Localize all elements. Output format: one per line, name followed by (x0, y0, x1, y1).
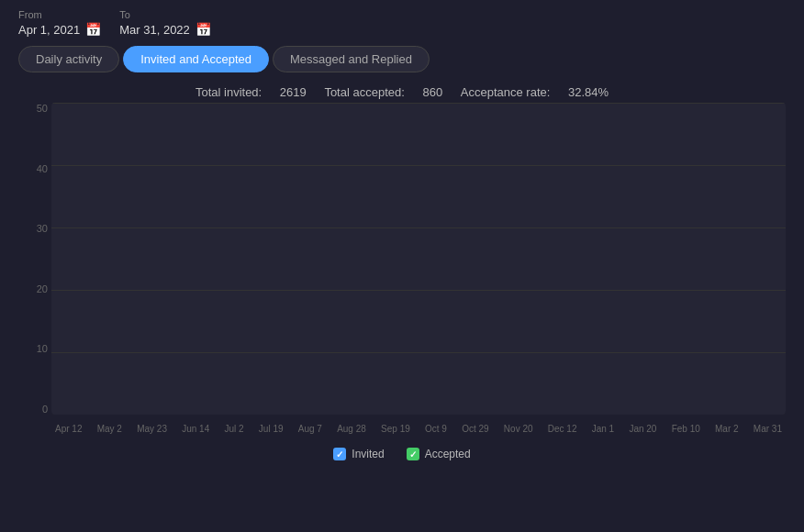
legend-accepted[interactable]: Accepted (407, 448, 471, 460)
tab-daily[interactable]: Daily activity (18, 46, 119, 72)
total-accepted-value: 860 (422, 85, 442, 99)
total-invited-value: 2619 (280, 85, 307, 99)
x-axis-label: Feb 10 (672, 424, 700, 434)
y-axis-label: 20 (37, 283, 48, 294)
total-accepted-label: Total accepted: (324, 85, 404, 99)
to-date-value: Mar 31, 2022 (119, 23, 190, 37)
legend-invited-checkbox (333, 448, 346, 460)
legend-invited[interactable]: Invited (333, 448, 384, 460)
x-axis-label: May 2 (97, 424, 122, 434)
tab-invited[interactable]: Invited and Accepted (123, 46, 269, 72)
from-date-value: Apr 1, 2021 (18, 23, 80, 37)
total-invited-label: Total invited: (195, 85, 262, 99)
to-calendar-icon[interactable]: 📅 (195, 22, 211, 37)
y-axis-label: 0 (42, 404, 48, 415)
x-axis-label: Aug 28 (337, 424, 366, 434)
acceptance-rate-value: 32.84% (568, 85, 609, 99)
y-axis: 50403020100 (18, 103, 51, 415)
from-calendar-icon[interactable]: 📅 (85, 22, 101, 37)
stats-bar: Total invited: 2619 Total accepted: 860 … (0, 80, 804, 103)
acceptance-rate-label: Acceptance rate: (461, 85, 551, 99)
x-axis-label: Jul 19 (259, 424, 284, 434)
y-axis-label: 40 (37, 163, 48, 174)
x-axis-label: Jan 20 (629, 424, 656, 434)
chart-area: 50403020100 Apr 12May 2May 23Jun 14Jul 2… (18, 103, 786, 442)
tab-messaged[interactable]: Messaged and Replied (273, 46, 430, 72)
legend: Invited Accepted (0, 442, 804, 466)
from-label: From (18, 9, 101, 20)
chart-inner (51, 103, 786, 415)
x-axis-label: Apr 12 (55, 424, 82, 434)
legend-accepted-label: Accepted (425, 448, 471, 460)
x-axis-label: Oct 29 (462, 424, 488, 434)
bars-container (51, 103, 786, 415)
x-axis-label: Mar 2 (715, 424, 739, 434)
y-axis-label: 30 (37, 223, 48, 234)
top-bar: From Apr 1, 2021 📅 To Mar 31, 2022 📅 (0, 0, 804, 46)
legend-invited-label: Invited (352, 448, 384, 460)
x-axis-label: Nov 20 (504, 424, 533, 434)
x-axis-label: Aug 7 (298, 424, 322, 434)
x-axis-label: May 23 (137, 424, 167, 434)
x-axis-label: Jan 1 (592, 424, 614, 434)
x-axis-label: Dec 12 (548, 424, 577, 434)
x-axis-label: Jul 2 (224, 424, 243, 434)
x-axis-label: Jun 14 (182, 424, 209, 434)
tabs: Daily activity Invited and Accepted Mess… (0, 46, 804, 80)
y-axis-label: 10 (37, 343, 48, 354)
to-label: To (119, 9, 211, 20)
x-axis-label: Oct 9 (425, 424, 447, 434)
legend-accepted-checkbox (407, 448, 419, 460)
from-date-group: From Apr 1, 2021 📅 (18, 9, 101, 37)
x-axis-label: Sep 19 (381, 424, 410, 434)
x-axis: Apr 12May 2May 23Jun 14Jul 2Jul 19Aug 7A… (51, 415, 786, 442)
x-axis-label: Mar 31 (754, 424, 782, 434)
y-axis-label: 50 (37, 103, 48, 114)
to-date-group: To Mar 31, 2022 📅 (119, 9, 211, 37)
